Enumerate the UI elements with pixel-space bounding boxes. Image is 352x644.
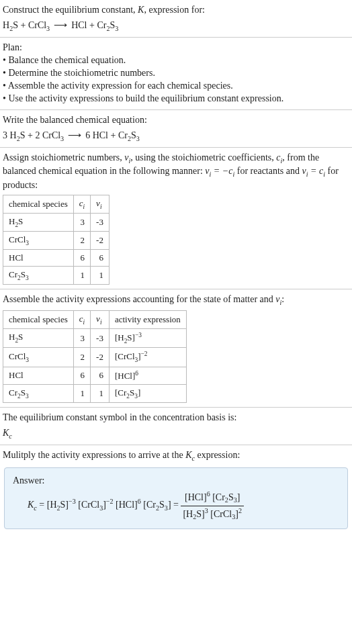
t: , using the stoichiometric coefficients, <box>130 152 276 163</box>
plan-bullet: • Assemble the activity expression for e… <box>3 80 349 93</box>
plan-bullet: • Balance the chemical equation. <box>3 54 349 67</box>
species-crcl3: CrCl3 <box>42 130 64 140</box>
kc-text: The equilibrium constant symbol in the c… <box>3 412 349 424</box>
intro-text-b: , expression for: <box>144 5 205 15</box>
stoich-table: chemical species ci νi H2S3-3 CrCl32-2 H… <box>3 195 109 285</box>
th-activity: activity expression <box>109 310 186 328</box>
cell-activity: [HCl]6 <box>109 367 186 384</box>
th-nui: νi <box>91 310 109 328</box>
cell-activity: [CrCl3]−2 <box>109 348 186 367</box>
cell-nui: -3 <box>91 328 109 348</box>
multiply-section: Mulitply the activity expressions to arr… <box>0 445 352 537</box>
plus: + <box>18 20 28 30</box>
activity-section: Assemble the activity expressions accoun… <box>0 289 352 408</box>
cell-ci: 2 <box>73 232 90 250</box>
nu-i: νi <box>275 294 281 304</box>
table-row: HCl66 <box>3 250 109 267</box>
cell-species: Cr2S3 <box>3 384 74 402</box>
stoich-section: Assign stoichiometric numbers, νi, using… <box>0 148 352 289</box>
cell-nui: 6 <box>91 367 109 384</box>
th-nui: νi <box>91 195 109 213</box>
cell-nui: -2 <box>91 348 109 367</box>
intro-text-a: Construct the equilibrium constant, <box>3 5 138 15</box>
table-header-row: chemical species ci νi activity expressi… <box>3 310 187 328</box>
th-species: chemical species <box>3 195 74 213</box>
plus: + <box>25 130 35 140</box>
cell-species: H2S <box>3 328 74 348</box>
cell-ci: 6 <box>73 367 90 384</box>
cell-ci: 6 <box>73 250 90 267</box>
equals: = <box>37 500 47 510</box>
cell-nui: 1 <box>91 266 109 284</box>
nu-i: νi <box>124 152 130 163</box>
cell-activity: [H2S]−3 <box>109 328 186 348</box>
t: Assemble the activity expressions accoun… <box>3 294 275 304</box>
cell-species: Cr2S3 <box>3 266 74 284</box>
cell-ci: 2 <box>73 348 90 367</box>
cell-species: HCl <box>3 367 74 384</box>
stoich-text: Assign stoichiometric numbers, νi, using… <box>3 152 349 192</box>
term: [H2S]−3 <box>47 500 76 510</box>
coef: 2 <box>35 130 42 140</box>
th-ci: ci <box>73 195 90 213</box>
activity-table: chemical species ci νi activity expressi… <box>3 310 187 403</box>
eq-reactant: νi = −ci <box>205 166 234 176</box>
coef: 6 <box>85 130 93 140</box>
term: [HCl]6 <box>116 500 141 510</box>
balanced-equation: 3 H2S + 2 CrCl3⟶6 HCl + Cr2S3 <box>3 130 349 143</box>
eq-product: νi = ci <box>302 166 326 176</box>
cell-nui: 6 <box>91 250 109 267</box>
t: Assign stoichiometric numbers, <box>3 152 124 163</box>
table-row: CrCl32-2 <box>3 232 109 250</box>
kc-inline: Kc <box>185 450 195 460</box>
colon: : <box>281 294 284 304</box>
K-symbol: K <box>138 5 144 15</box>
species-hcl: HCl <box>93 130 108 140</box>
kc-symbol-section: The equilibrium constant symbol in the c… <box>0 408 352 445</box>
th-ci: ci <box>73 310 90 328</box>
cell-nui: -2 <box>91 232 109 250</box>
fraction-denominator: [H2S]3 [CrCl3]2 <box>181 506 243 522</box>
intro-section: Construct the equilibrium constant, K, e… <box>0 0 352 38</box>
cell-ci: 3 <box>73 213 90 231</box>
species-hcl: HCl <box>71 20 87 30</box>
cell-species: CrCl3 <box>3 348 74 367</box>
table-row: H2S3-3[H2S]−3 <box>3 328 187 348</box>
t: Mulitply the activity expressions to arr… <box>3 450 185 460</box>
plan-section: Plan: • Balance the chemical equation. •… <box>0 38 352 109</box>
cell-species: CrCl3 <box>3 232 74 250</box>
balanced-header: Write the balanced chemical equation: <box>3 114 349 127</box>
answer-box: Answer: Kc = [H2S]−3 [CrCl3]−2 [HCl]6 [C… <box>4 467 348 529</box>
fraction: [HCl]6 [Cr2S3][H2S]3 [CrCl3]2 <box>181 490 243 521</box>
term: [Cr2S3] <box>143 500 171 510</box>
table-row: Cr2S311 <box>3 266 109 284</box>
kc-lhs: Kc <box>28 500 37 510</box>
cell-ci: 1 <box>73 384 90 402</box>
table-header-row: chemical species ci νi <box>3 195 109 213</box>
plus: + <box>87 20 97 30</box>
plan-bullet: • Use the activity expressions to build … <box>3 93 349 105</box>
cell-ci: 3 <box>73 328 90 348</box>
coef: 3 <box>3 130 10 140</box>
cell-species: H2S <box>3 213 74 231</box>
th-species: chemical species <box>3 310 74 328</box>
arrow-icon: ⟶ <box>64 130 85 140</box>
c-i: ci <box>276 152 282 163</box>
multiply-text: Mulitply the activity expressions to arr… <box>3 449 349 463</box>
table-row: HCl66[HCl]6 <box>3 367 187 384</box>
kc-expression: Kc = [H2S]−3 [CrCl3]−2 [HCl]6 [Cr2S3] = … <box>13 490 339 521</box>
species-h2s: H2S <box>3 20 18 30</box>
equals: = <box>171 500 181 510</box>
arrow-icon: ⟶ <box>50 20 71 30</box>
cell-activity: [Cr2S3] <box>109 384 186 402</box>
balanced-section: Write the balanced chemical equation: 3 … <box>0 110 352 148</box>
intro-line: Construct the equilibrium constant, K, e… <box>3 4 349 17</box>
table-row: Cr2S311[Cr2S3] <box>3 384 187 402</box>
table-row: CrCl32-2[CrCl3]−2 <box>3 348 187 367</box>
term: [CrCl3]−2 <box>78 500 113 510</box>
plus: + <box>108 130 118 140</box>
plan-bullet: • Determine the stoichiometric numbers. <box>3 67 349 80</box>
cell-nui: -3 <box>91 213 109 231</box>
answer-label: Answer: <box>13 475 339 488</box>
t: for reactants and <box>234 166 302 176</box>
